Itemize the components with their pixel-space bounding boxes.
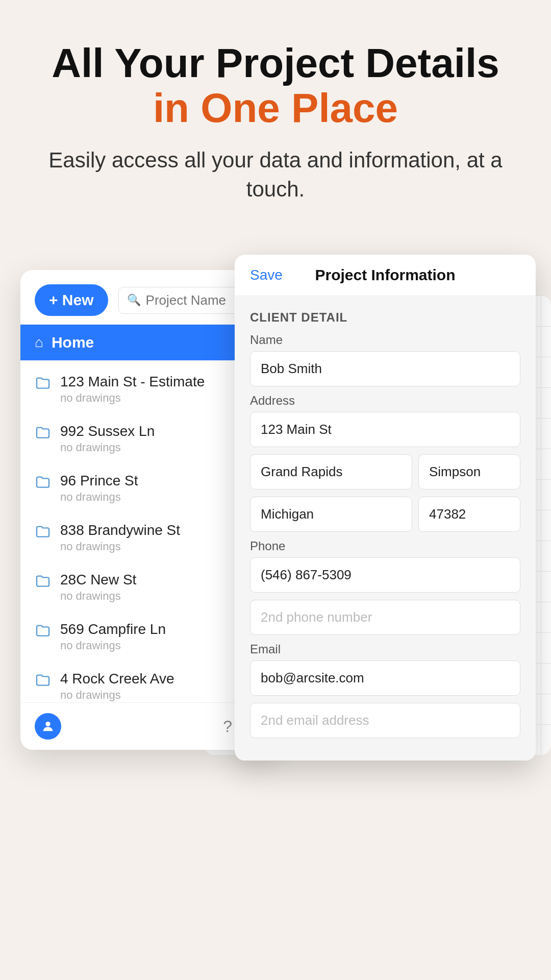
phone-label: Phone <box>250 539 520 553</box>
project-info: 123 Main St - Estimateno drawings <box>60 374 205 405</box>
footer-left <box>35 713 61 740</box>
modal-title: Project Information <box>315 266 455 284</box>
email1-input[interactable] <box>250 660 520 696</box>
hero-subtitle: Easily access all your data and informat… <box>31 146 520 204</box>
email-field-group: Email <box>250 642 520 738</box>
project-subtitle: no drawings <box>60 689 174 702</box>
name-label: Name <box>250 333 520 347</box>
city-county-row <box>250 454 520 489</box>
project-subtitle: no drawings <box>60 540 180 553</box>
project-name: 569 Campfire Ln <box>60 621 166 638</box>
email2-input[interactable] <box>250 703 520 738</box>
project-info: 28C New Stno drawings <box>60 572 136 603</box>
project-name: 123 Main St - Estimate <box>60 374 205 390</box>
email-label: Email <box>250 642 520 656</box>
hero-title-line2: in One Place <box>31 86 520 131</box>
project-name: 96 Prince St <box>60 473 138 489</box>
phone1-input[interactable] <box>250 557 520 593</box>
client-detail-label: Client Detail <box>250 310 520 325</box>
content-area: + New 🔍 ⌂ Home 123 Main St - Estimateno … <box>0 255 551 775</box>
city-input[interactable] <box>250 454 412 489</box>
project-name: 992 Sussex Ln <box>60 423 155 439</box>
project-subtitle: no drawings <box>60 639 166 652</box>
folder-icon <box>35 622 51 643</box>
svg-point-2 <box>45 722 50 726</box>
folder-icon <box>35 523 51 544</box>
project-info-modal: Save Project Information Client Detail N… <box>235 255 536 761</box>
project-subtitle: no drawings <box>60 441 155 454</box>
project-subtitle: no drawings <box>60 590 136 603</box>
county-input[interactable] <box>418 454 520 489</box>
project-info: 838 Brandywine Stno drawings <box>60 522 180 553</box>
state-input[interactable] <box>250 497 412 532</box>
project-info: 96 Prince Stno drawings <box>60 473 138 504</box>
project-name: 4 Rock Creek Ave <box>60 671 174 687</box>
hero-title-line1: All Your Project Details <box>52 40 499 86</box>
address-line1-input[interactable] <box>250 412 520 447</box>
search-icon: 🔍 <box>127 293 141 307</box>
new-button[interactable]: + New <box>35 284 108 316</box>
project-name: 838 Brandywine St <box>60 522 180 538</box>
home-label: Home <box>52 334 94 351</box>
hero-title: All Your Project Details in One Place <box>31 41 520 131</box>
help-icon[interactable]: ? <box>223 717 232 736</box>
address-field-group: Address <box>250 394 520 532</box>
user-avatar-icon[interactable] <box>35 713 61 740</box>
folder-icon <box>35 424 51 445</box>
modal-body: Client Detail Name Address Phone <box>235 296 536 761</box>
modal-save-button[interactable]: Save <box>250 267 283 283</box>
folder-icon <box>35 672 51 692</box>
state-zip-row <box>250 497 520 532</box>
project-info: 569 Campfire Lnno drawings <box>60 621 166 652</box>
project-subtitle: no drawings <box>60 391 205 405</box>
home-icon: ⌂ <box>35 334 43 351</box>
folder-icon <box>35 375 51 395</box>
name-input[interactable] <box>250 351 520 386</box>
zip-input[interactable] <box>418 497 520 532</box>
phone2-input[interactable] <box>250 600 520 635</box>
project-info: 4 Rock Creek Aveno drawings <box>60 671 174 702</box>
modal-header: Save Project Information <box>235 255 536 296</box>
folder-icon <box>35 573 51 593</box>
phone-field-group: Phone <box>250 539 520 635</box>
folder-icon <box>35 474 51 494</box>
name-field-group: Name <box>250 333 520 386</box>
project-name: 28C New St <box>60 572 136 588</box>
address-label: Address <box>250 394 520 408</box>
project-info: 992 Sussex Lnno drawings <box>60 423 155 454</box>
project-subtitle: no drawings <box>60 491 138 504</box>
hero-section: All Your Project Details in One Place Ea… <box>0 0 551 224</box>
